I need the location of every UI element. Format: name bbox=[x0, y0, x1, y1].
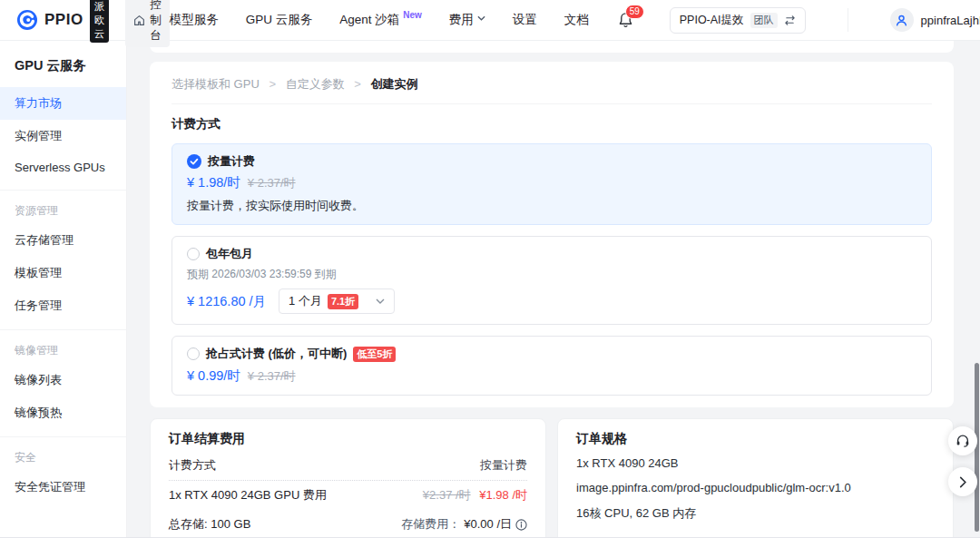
nav-docs[interactable]: 文档 bbox=[564, 12, 589, 28]
top-header: PPIO 派欧云 控制台 模型服务 GPU 云服务 Agent 沙箱 New 费… bbox=[0, 0, 980, 41]
console-button[interactable]: 控制台 bbox=[125, 0, 170, 47]
option-name: 包年包月 bbox=[206, 246, 253, 262]
billing-card: 选择模板和 GPU > 自定义参数 > 创建实例 计费方式 按量计费 ¥ 1.9… bbox=[150, 62, 954, 407]
expiry-text: 预期 2026/03/03 23:59:59 到期 bbox=[187, 267, 916, 282]
swap-icon bbox=[784, 15, 796, 25]
nav-settings[interactable]: 设置 bbox=[513, 12, 537, 28]
nav-model-service[interactable]: 模型服务 bbox=[170, 12, 219, 28]
sidebar: GPU 云服务 算力市场 实例管理 Serverless GPUs 资源管理 云… bbox=[0, 41, 127, 537]
sidebar-item-instance-management[interactable]: 实例管理 bbox=[0, 120, 126, 152]
home-icon bbox=[133, 15, 145, 26]
workspace-switcher[interactable]: PPIO-AI提效 团队 bbox=[670, 7, 806, 34]
option-description: 按量计费，按实际使用时间收费。 bbox=[187, 198, 916, 214]
radio-icon[interactable] bbox=[187, 347, 200, 360]
discount-badge: 7.1折 bbox=[328, 294, 358, 309]
main-content: 选择模板和 GPU > 自定义参数 > 创建实例 计费方式 按量计费 ¥ 1.9… bbox=[127, 41, 980, 537]
chevron-right-icon bbox=[959, 476, 967, 488]
sidebar-section-images: 镜像管理 镜像列表 镜像预热 bbox=[0, 329, 126, 429]
gpu-current-price: ¥1.98 /时 bbox=[479, 488, 527, 502]
scrolled-card-edge bbox=[150, 41, 954, 53]
spec-image: image.ppinfra.com/prod-gpucloudpublic/gl… bbox=[576, 475, 935, 500]
sidebar-item-image-list[interactable]: 镜像列表 bbox=[0, 364, 126, 396]
main-nav: 模型服务 GPU 云服务 Agent 沙箱 New 费用 设置 文档 59 PP… bbox=[170, 7, 980, 34]
check-circle-icon bbox=[187, 154, 201, 169]
brand-badge: 派欧云 bbox=[90, 0, 110, 43]
nav-agent-sandbox[interactable]: Agent 沙箱 New bbox=[339, 12, 422, 28]
gpu-fee-label: 1x RTX 4090 24GB GPU 费用 bbox=[169, 487, 327, 504]
storage-fee-label: 存储费用： bbox=[401, 516, 460, 533]
option-original-price: ¥ 2.37/时 bbox=[248, 368, 296, 385]
option-price: ¥ 0.99/时 bbox=[187, 367, 240, 385]
console-label: 控制台 bbox=[150, 0, 162, 44]
user-menu[interactable]: ppinfraLajhD... bbox=[890, 8, 980, 32]
ppio-logo-icon bbox=[16, 9, 38, 31]
notification-bell[interactable]: 59 bbox=[618, 12, 633, 28]
billing-method-row: 计费方式 按量计费 bbox=[169, 451, 527, 481]
info-icon[interactable] bbox=[515, 519, 527, 531]
storage-label: 总存储: 100 GB bbox=[169, 516, 250, 533]
breadcrumb-separator: > bbox=[269, 77, 276, 91]
sidebar-item-compute-market[interactable]: 算力市场 bbox=[0, 87, 126, 120]
order-spec-card: 订单规格 1x RTX 4090 24GB image.ppinfra.com/… bbox=[557, 418, 954, 538]
breadcrumb-step-1[interactable]: 选择模板和 GPU bbox=[172, 77, 260, 91]
storage-row: 总存储: 100 GB 存储费用： ¥0.00 /日 bbox=[169, 510, 527, 538]
billing-section-title: 计费方式 bbox=[172, 116, 932, 132]
section-title-security: 安全 bbox=[0, 445, 126, 471]
breadcrumb-separator: > bbox=[354, 77, 361, 91]
option-price: ¥ 1216.80 /月 bbox=[187, 293, 266, 310]
option-original-price: ¥ 2.37/时 bbox=[248, 175, 296, 191]
expand-panel-button[interactable] bbox=[948, 467, 977, 496]
chevron-down-icon bbox=[477, 15, 485, 21]
sidebar-item-credentials[interactable]: 安全凭证管理 bbox=[0, 471, 126, 504]
billing-option-on-demand[interactable]: 按量计费 ¥ 1.98/时 ¥ 2.37/时 按量计费，按实际使用时间收费。 bbox=[172, 143, 932, 225]
duration-select[interactable]: 1 个月 7.1折 bbox=[279, 289, 395, 314]
breadcrumb-step-current: 创建实例 bbox=[370, 77, 417, 91]
brand-name: PPIO bbox=[44, 11, 83, 29]
duration-value: 1 个月 bbox=[289, 293, 322, 309]
headset-icon bbox=[955, 433, 971, 449]
spec-gpu: 1x RTX 4090 24GB bbox=[576, 451, 935, 475]
header-divider bbox=[848, 8, 848, 32]
spot-discount-badge: 低至5折 bbox=[353, 347, 396, 362]
section-title-images: 镜像管理 bbox=[0, 337, 126, 364]
order-spec-title: 订单规格 bbox=[576, 431, 935, 447]
breadcrumb-step-2[interactable]: 自定义参数 bbox=[286, 77, 345, 91]
billing-option-subscription[interactable]: 包年包月 预期 2026/03/03 23:59:59 到期 ¥ 1216.80… bbox=[172, 236, 932, 325]
radio-icon[interactable] bbox=[187, 248, 200, 260]
billing-option-spot[interactable]: 抢占式计费 (低价，可中断) 低至5折 ¥ 0.99/时 ¥ 2.37/时 bbox=[172, 336, 932, 396]
order-cost-title: 订单结算费用 bbox=[169, 431, 527, 447]
section-title-resources: 资源管理 bbox=[0, 198, 126, 224]
brand-logo[interactable]: PPIO 派欧云 bbox=[16, 0, 109, 43]
nav-gpu-cloud[interactable]: GPU 云服务 bbox=[246, 12, 313, 28]
sidebar-section-resources: 资源管理 云存储管理 模板管理 任务管理 bbox=[0, 190, 126, 322]
avatar bbox=[890, 8, 914, 32]
sidebar-item-image-prewarm[interactable]: 镜像预热 bbox=[0, 396, 126, 429]
sidebar-section-security: 安全 安全凭证管理 bbox=[0, 436, 126, 504]
chevron-down-icon bbox=[376, 298, 385, 304]
breadcrumb: 选择模板和 GPU > 自定义参数 > 创建实例 bbox=[172, 76, 932, 104]
sidebar-item-serverless-gpus[interactable]: Serverless GPUs bbox=[0, 152, 126, 182]
support-button[interactable] bbox=[948, 426, 977, 455]
gpu-fee-row: 1x RTX 4090 24GB GPU 费用 ¥2.37 /时 ¥1.98 /… bbox=[169, 481, 527, 510]
new-badge: New bbox=[403, 10, 422, 20]
notification-count-badge: 59 bbox=[625, 5, 644, 19]
option-name: 按量计费 bbox=[208, 153, 255, 170]
sidebar-item-template-management[interactable]: 模板管理 bbox=[0, 257, 126, 289]
order-cost-card: 订单结算费用 计费方式 按量计费 1x RTX 4090 24GB GPU 费用… bbox=[150, 418, 546, 538]
spec-cpu-memory: 16核 CPU, 62 GB 内存 bbox=[576, 500, 935, 527]
nav-billing[interactable]: 费用 bbox=[449, 12, 485, 28]
option-name: 抢占式计费 (低价，可中断) bbox=[206, 346, 347, 362]
username: ppinfraLajhD... bbox=[921, 14, 980, 27]
workspace-name: PPIO-AI提效 bbox=[680, 13, 744, 28]
sidebar-item-task-management[interactable]: 任务管理 bbox=[0, 289, 126, 322]
storage-fee-value: ¥0.00 /日 bbox=[464, 516, 512, 533]
gpu-original-price: ¥2.37 /时 bbox=[423, 488, 471, 502]
sidebar-title: GPU 云服务 bbox=[0, 46, 126, 87]
team-badge: 团队 bbox=[750, 13, 778, 28]
sidebar-item-cloud-storage[interactable]: 云存储管理 bbox=[0, 224, 126, 257]
billing-method-label: 计费方式 bbox=[169, 457, 216, 474]
option-price: ¥ 1.98/时 bbox=[187, 174, 240, 191]
billing-method-value: 按量计费 bbox=[480, 457, 527, 474]
